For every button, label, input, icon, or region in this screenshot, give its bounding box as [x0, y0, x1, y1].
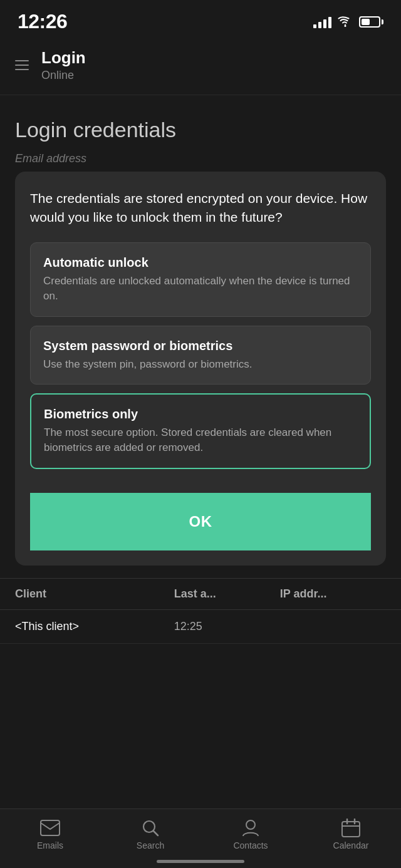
svg-line-3: [154, 831, 158, 835]
nav-item-emails[interactable]: Emails: [25, 819, 75, 850]
cell-ip: [280, 620, 386, 633]
status-bar: 12:26: [0, 0, 401, 39]
home-indicator: [157, 860, 244, 863]
cell-client: <This client>: [15, 620, 174, 633]
email-label: Email address: [15, 152, 386, 165]
header-title: Login: [41, 48, 86, 68]
nav-label-calendar: Calendar: [333, 840, 369, 850]
modal-description: The credentials are stored encrypted on …: [30, 189, 371, 226]
svg-rect-1: [41, 820, 60, 835]
status-icons: [313, 16, 383, 28]
nav-item-search[interactable]: Search: [125, 819, 175, 850]
col-ip-address: IP addr...: [280, 587, 386, 601]
option-system-title: System password or biometrics: [43, 339, 358, 353]
option-system-password[interactable]: System password or biometrics Use the sy…: [30, 326, 371, 385]
status-time: 12:26: [18, 10, 67, 33]
modal-card: The credentials are stored encrypted on …: [15, 172, 386, 566]
col-client: Client: [15, 587, 174, 601]
option-biometrics-desc: The most secure option. Stored credentia…: [44, 425, 357, 455]
col-last-activity: Last a...: [174, 587, 280, 601]
option-biometrics-only[interactable]: Biometrics only The most secure option. …: [30, 393, 371, 469]
menu-button[interactable]: [15, 60, 29, 70]
option-automatic-desc: Credentials are unlocked automatically w…: [43, 274, 358, 304]
email-icon: [40, 819, 60, 837]
nav-label-contacts: Contacts: [233, 840, 268, 850]
bottom-nav: Emails Search Contacts: [0, 809, 401, 868]
nav-item-contacts[interactable]: Contacts: [226, 819, 276, 850]
svg-rect-5: [342, 822, 360, 837]
header: Login Online: [0, 39, 401, 95]
calendar-icon: [341, 819, 361, 837]
page-content: Login credentials Email address The cred…: [0, 95, 401, 578]
wifi-icon: [338, 16, 353, 28]
svg-point-4: [246, 820, 255, 829]
header-subtitle: Online: [41, 69, 86, 82]
header-title-group: Login Online: [41, 48, 86, 82]
option-biometrics-title: Biometrics only: [44, 407, 357, 421]
option-automatic-title: Automatic unlock: [43, 256, 358, 270]
nav-label-search: Search: [137, 840, 164, 850]
nav-label-emails: Emails: [37, 840, 63, 850]
cell-last-activity: 12:25: [174, 620, 280, 633]
search-icon: [140, 819, 160, 837]
signal-icon: [313, 16, 331, 28]
contacts-icon: [241, 819, 261, 837]
battery-icon: [359, 16, 383, 28]
page-title: Login credentials: [15, 118, 386, 142]
table-header: Client Last a... IP addr...: [0, 578, 401, 610]
svg-point-0: [345, 25, 346, 27]
option-system-desc: Use the system pin, password or biometri…: [43, 357, 358, 372]
nav-item-calendar[interactable]: Calendar: [326, 819, 376, 850]
table-row[interactable]: <This client> 12:25: [0, 610, 401, 644]
option-automatic-unlock[interactable]: Automatic unlock Credentials are unlocke…: [30, 242, 371, 317]
ok-button[interactable]: OK: [30, 493, 371, 550]
